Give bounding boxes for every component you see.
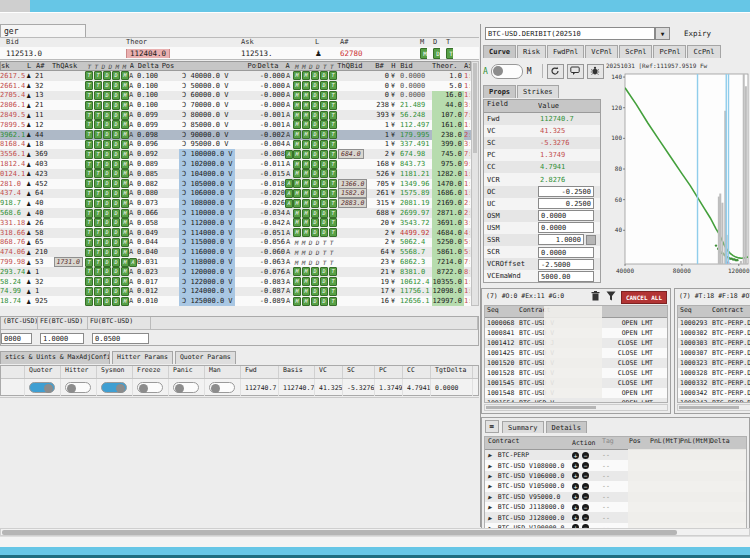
remove-button[interactable]: − bbox=[582, 483, 589, 490]
quote-flag[interactable]: T bbox=[94, 101, 102, 110]
quote-flag[interactable]: D bbox=[103, 140, 111, 149]
strike-cell[interactable]: Ɔ 85000.0 V bbox=[179, 120, 235, 130]
tab-fwdpnl[interactable]: FwdPnl bbox=[547, 45, 584, 58]
quote-flag[interactable]: D bbox=[112, 169, 120, 178]
order-row[interactable]: 1000323BTC-PERP.DERIBI bbox=[678, 358, 750, 368]
chevron-down-icon[interactable]: ▼ bbox=[655, 27, 670, 40]
quote-flag[interactable]: D bbox=[311, 199, 319, 208]
quote-flag[interactable]: T bbox=[85, 287, 93, 296]
quote-flag[interactable]: D bbox=[103, 199, 111, 208]
quote-flag[interactable]: M bbox=[302, 71, 310, 80]
quote-flag[interactable]: T bbox=[94, 228, 102, 237]
quote-flag[interactable]: D bbox=[311, 81, 319, 90]
ladder-row[interactable]: 58.24♟32TTDDMMA0.017Ɔ 122000.0 V-0.083AM… bbox=[0, 277, 471, 287]
quote-flag[interactable]: D bbox=[320, 120, 328, 129]
quote-flag[interactable]: D bbox=[311, 130, 319, 139]
quote-flag[interactable]: T bbox=[94, 199, 102, 208]
strike-cell[interactable]: Ɔ 114000.0 V bbox=[179, 228, 235, 238]
orders-left-hscrollbar[interactable] bbox=[484, 404, 668, 411]
quote-flag[interactable]: T bbox=[329, 287, 337, 296]
man-toggle[interactable] bbox=[209, 382, 235, 393]
strike-cell[interactable]: Ɔ 122000.0 V bbox=[179, 277, 235, 287]
quote-flag[interactable]: D bbox=[103, 228, 111, 237]
param-tab-2[interactable]: Quoter Params bbox=[175, 351, 236, 364]
prop-step-button[interactable] bbox=[586, 235, 596, 245]
futs-field-input[interactable]: 0.0500 bbox=[92, 333, 149, 344]
toggle-knob[interactable] bbox=[67, 384, 76, 393]
quote-flag[interactable]: M bbox=[121, 258, 129, 267]
quote-flag[interactable]: M bbox=[300, 249, 307, 256]
quote-flag[interactable]: D bbox=[112, 130, 120, 139]
remove-button[interactable]: − bbox=[582, 472, 589, 479]
ladder-row[interactable]: 3962.1♟44TTDDMMA0.098Ɔ 90000.0 V-0.002AM… bbox=[0, 130, 471, 140]
order-row[interactable]: 1001554BTC-USD VOPEN LMT bbox=[485, 398, 667, 403]
quote-flag[interactable]: T bbox=[85, 238, 93, 247]
quote-flag[interactable]: D bbox=[311, 101, 319, 110]
strike-cell[interactable]: Ɔ 60000.0 V bbox=[179, 91, 235, 101]
remove-button[interactable]: − bbox=[582, 452, 589, 459]
quote-flag[interactable]: D bbox=[311, 218, 319, 227]
quote-flag[interactable]: M bbox=[121, 228, 129, 237]
quote-flag[interactable]: T bbox=[85, 258, 93, 267]
quote-flag[interactable]: D bbox=[112, 111, 120, 120]
quote-flag[interactable]: D bbox=[320, 209, 328, 218]
quote-flag[interactable]: T bbox=[85, 150, 93, 159]
prop-value-input[interactable]: 1.0000 bbox=[538, 234, 584, 245]
quote-flag[interactable]: D bbox=[320, 287, 328, 296]
quote-flag[interactable]: T bbox=[85, 120, 93, 129]
quote-flag[interactable]: T bbox=[94, 111, 102, 120]
ladder-scroll-thumb[interactable] bbox=[473, 63, 477, 153]
strike-cell[interactable]: Ɔ 50000.0 V bbox=[179, 81, 235, 91]
add-button[interactable]: + bbox=[572, 483, 579, 490]
tab-ccpnl[interactable]: CcPnl bbox=[687, 45, 720, 58]
quote-flag[interactable]: T bbox=[321, 239, 328, 246]
quote-flag[interactable]: T bbox=[329, 130, 337, 139]
quote-flag[interactable]: M bbox=[293, 259, 300, 266]
quote-flag[interactable]: D bbox=[320, 81, 328, 90]
toggle-knob[interactable] bbox=[175, 384, 184, 393]
strike-cell[interactable]: Ɔ 115000.0 V bbox=[179, 238, 235, 248]
quote-flag[interactable]: D bbox=[112, 248, 120, 257]
prop-value-input[interactable]: 5000.00 bbox=[538, 271, 594, 282]
toggle-knob[interactable] bbox=[44, 384, 53, 393]
strike-cell[interactable]: Ɔ 104000.0 V bbox=[179, 169, 235, 179]
remove-button[interactable]: − bbox=[582, 514, 589, 521]
quote-flag[interactable]: D bbox=[311, 71, 319, 80]
quote-flag[interactable]: M bbox=[293, 71, 301, 80]
quote-flag[interactable]: M bbox=[121, 287, 129, 296]
quote-flag[interactable]: D bbox=[320, 101, 328, 110]
quote-flag[interactable]: M bbox=[302, 277, 310, 286]
quote-flag[interactable]: D bbox=[320, 199, 328, 208]
theo-quote-bid-value[interactable]: 684.0 bbox=[338, 149, 364, 159]
quote-flag[interactable]: T bbox=[329, 71, 337, 80]
quote-flag[interactable]: M bbox=[121, 120, 129, 129]
quote-flag[interactable]: T bbox=[85, 71, 93, 80]
quote-flag[interactable]: D bbox=[103, 287, 111, 296]
scroll-thumb[interactable] bbox=[2, 530, 677, 535]
strike-cell[interactable]: Ɔ 120000.0 V bbox=[179, 267, 235, 277]
active-flag[interactable]: A bbox=[285, 179, 293, 188]
quote-flag[interactable]: D bbox=[103, 91, 111, 100]
quote-flag[interactable]: M bbox=[293, 297, 301, 306]
quote-flag[interactable]: D bbox=[112, 71, 120, 80]
quote-flag[interactable]: D bbox=[112, 267, 120, 276]
strike-cell[interactable]: Ɔ 112000.0 V bbox=[179, 218, 235, 228]
ladder-row[interactable]: 7899.5♟12TTDDMMA0.099Ɔ 85000.0 V-0.001AM… bbox=[0, 120, 471, 130]
prop-value-input[interactable]: 0.2500 bbox=[538, 198, 594, 209]
strike-cell[interactable]: Ɔ 70000.0 V bbox=[179, 100, 235, 110]
prop-value-input[interactable]: 0.0000 bbox=[538, 210, 594, 221]
quote-flag[interactable]: D bbox=[320, 228, 328, 237]
quote-flag[interactable]: T bbox=[94, 179, 102, 188]
quote-flag[interactable]: D bbox=[311, 287, 319, 296]
quote-flag[interactable]: D bbox=[320, 218, 328, 227]
quote-flag[interactable]: D bbox=[103, 248, 111, 257]
quote-flag[interactable]: D bbox=[112, 199, 120, 208]
ladder-row[interactable]: 281.0♟452TTDDMMA0.082Ɔ 105000.0 V-0.018A… bbox=[0, 179, 471, 189]
quote-flag[interactable]: T bbox=[85, 218, 93, 227]
tab-risk[interactable]: Risk bbox=[517, 45, 546, 58]
quote-flag[interactable]: T bbox=[329, 209, 337, 218]
quote-flag[interactable]: D bbox=[320, 71, 328, 80]
strike-cell[interactable]: Ɔ 100000.0 V bbox=[179, 149, 235, 159]
quote-flag[interactable]: T bbox=[94, 258, 102, 267]
quote-flag[interactable]: D bbox=[103, 160, 111, 169]
